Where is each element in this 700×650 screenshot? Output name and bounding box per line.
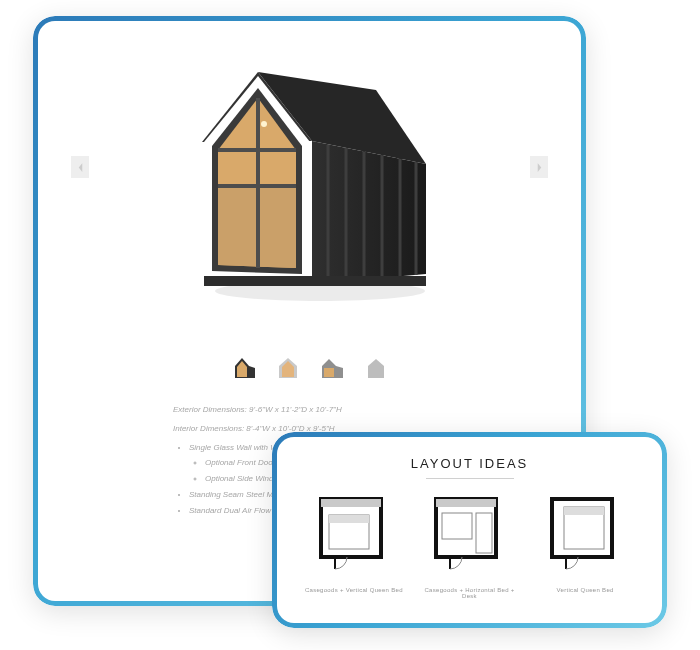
svg-rect-18 (204, 276, 426, 286)
thumbnail[interactable] (319, 356, 345, 380)
floorplan-caption: Casegoods + Horizontal Bed + Desk (419, 587, 519, 599)
svg-point-14 (261, 121, 267, 127)
svg-rect-38 (564, 507, 604, 515)
floorplan[interactable]: Casegoods + Vertical Queen Bed (304, 495, 404, 599)
thumbnail-strip (43, 356, 576, 380)
floorplan[interactable]: Casegoods + Horizontal Bed + Desk (419, 495, 519, 599)
svg-rect-24 (324, 368, 334, 377)
hero-gallery (43, 26, 576, 326)
thumbnail[interactable] (231, 356, 257, 380)
svg-rect-29 (329, 515, 369, 523)
prev-arrow[interactable] (71, 156, 89, 178)
layout-card: LAYOUT IDEAS Casegoods + Vertical Queen … (272, 432, 667, 628)
svg-rect-27 (321, 499, 381, 507)
thumbnail[interactable] (275, 356, 301, 380)
svg-rect-31 (436, 499, 496, 557)
divider (426, 478, 514, 479)
floorplan-caption: Vertical Queen Bed (535, 587, 635, 593)
svg-rect-26 (321, 499, 381, 557)
thumbnail[interactable] (363, 356, 389, 380)
svg-rect-34 (476, 513, 492, 553)
layout-title: LAYOUT IDEAS (282, 456, 657, 471)
exterior-dimensions: Exterior Dimensions: 9'-6"W x 11'-2"D x … (173, 404, 576, 417)
svg-rect-33 (442, 513, 472, 539)
floorplan-caption: Casegoods + Vertical Queen Bed (304, 587, 404, 593)
next-arrow[interactable] (530, 156, 548, 178)
svg-marker-25 (368, 359, 384, 378)
svg-rect-32 (436, 499, 496, 507)
floorplan[interactable]: Vertical Queen Bed (535, 495, 635, 599)
floorplan-row: Casegoods + Vertical Queen Bed Casegoods… (282, 495, 657, 599)
product-image (180, 46, 440, 306)
